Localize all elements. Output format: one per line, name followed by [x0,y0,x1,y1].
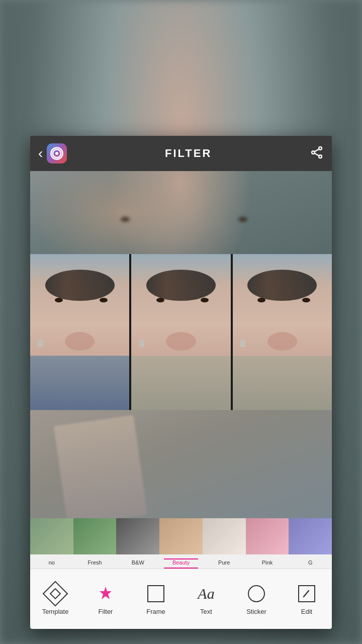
app-container: ‹ ♥ FILTER [30,136,332,629]
portrait-cell-2 [131,254,230,410]
filter-pure-thumb [203,518,246,554]
filter-bw-thumb [116,518,159,554]
app-icon: ♥ [47,143,67,164]
svg-marker-7 [100,587,112,599]
bottom-blur-image [30,410,332,518]
toolbar-sticker-label: Sticker [246,608,266,615]
filter-bw[interactable]: B&W [116,518,159,569]
share-button[interactable] [310,145,324,162]
filter-fresh[interactable]: Fresh [73,518,117,569]
edit-icon [296,583,318,605]
bottom-toolbar: Template Filter Frame Aa [30,569,332,629]
filter-fresh-thumb [73,518,117,554]
filter-g[interactable]: G [289,518,332,569]
toolbar-edit-label: Edit [301,608,312,615]
filter-pure-label: Pure [203,558,246,566]
svg-point-1 [55,152,58,155]
filter-fresh-label: Fresh [73,558,117,566]
filter-beauty-label: Beauty [159,558,203,566]
toolbar-frame-label: Frame [146,608,165,615]
portrait-grid [30,254,332,410]
template-icon [44,583,66,605]
filter-no-thumb [30,518,73,554]
filter-pink-label: Pink [246,558,289,566]
back-button[interactable]: ‹ ♥ [38,143,67,164]
toolbar-sticker[interactable]: Sticker [231,583,282,615]
filter-no-label: no [30,558,73,566]
svg-line-5 [315,149,319,152]
filter-pink[interactable]: Pink [246,518,289,569]
filter-icon [95,583,117,605]
filter-pure[interactable]: Pure [203,518,246,569]
toolbar-filter[interactable]: Filter [80,583,131,615]
filter-g-label: G [289,558,332,566]
toolbar-filter-label: Filter [99,608,113,615]
toolbar-template-label: Template [42,608,69,615]
filter-beauty[interactable]: Beauty [159,518,203,569]
svg-line-8 [304,591,309,597]
portrait-cell-1 [30,254,129,410]
page-title: FILTER [165,147,212,160]
svg-line-6 [315,153,319,156]
back-arrow-icon: ‹ [38,145,43,162]
filter-pink-thumb [246,518,289,554]
filter-no[interactable]: no [30,518,73,569]
filter-bw-label: B&W [116,558,159,566]
header: ‹ ♥ FILTER [30,136,332,171]
main-image-area [30,171,332,518]
toolbar-edit[interactable]: Edit [282,583,332,615]
top-blur-image [30,171,332,254]
toolbar-frame[interactable]: Frame [131,583,181,615]
frame-icon [145,583,167,605]
filter-g-thumb [289,518,332,554]
toolbar-text[interactable]: Aa Text [181,583,231,615]
toolbar-text-label: Text [200,608,212,615]
toolbar-template[interactable]: Template [30,583,80,615]
filter-beauty-thumb [159,518,203,554]
filter-strip: no Fresh B&W Beauty Pure Pink G [30,518,332,569]
portrait-cell-3 [233,254,332,410]
sticker-icon [245,583,267,605]
text-icon: Aa [195,583,217,605]
